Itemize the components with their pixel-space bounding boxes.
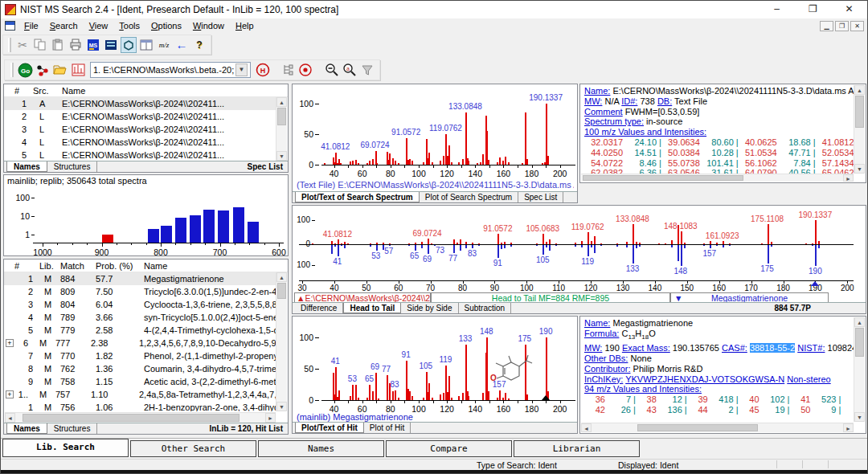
column-header[interactable]: Src. xyxy=(33,84,62,96)
structure-view-icon[interactable] xyxy=(121,37,137,53)
tile-windows-icon[interactable] xyxy=(138,37,154,53)
tab-structures[interactable]: Structures xyxy=(47,161,98,172)
hit-list-row[interactable]: +6M7772.381,2,3,4,5,6,7,8,9,10-Decahydro… xyxy=(4,337,276,349)
hit-list-row[interactable]: 8M7621.36Coumarin, 3,4-dihydro-4,5,7-tri… xyxy=(4,362,276,375)
menu-file[interactable]: File xyxy=(18,21,44,31)
field-link[interactable]: 100 m/z Values and Intensities: xyxy=(584,127,706,137)
field-link[interactable]: Comment xyxy=(584,107,623,116)
field-link[interactable]: InChIKey: xyxy=(584,374,623,384)
field-link[interactable]: Name: xyxy=(584,318,610,328)
hit-list-row[interactable]: 1M88457.7Megastigmatrienone xyxy=(4,272,276,285)
copy-icon[interactable] xyxy=(32,37,48,53)
spec-list-row[interactable]: 4LE:\CERNO\MassWorks\β-2024\\202411... xyxy=(4,136,276,149)
column-header[interactable]: # xyxy=(4,259,33,272)
hit-list-row[interactable]: 1M7561.062H-1-benzopyran-2-one, 3,4-dihy… xyxy=(4,401,276,411)
expand-icon[interactable]: + xyxy=(6,390,14,398)
vertical-scrollbar[interactable]: ▲▼ xyxy=(854,317,865,422)
mdi-restore-button[interactable]: ❐ xyxy=(835,21,849,31)
go-button[interactable]: Go xyxy=(17,62,33,78)
close-button[interactable]: ✕ xyxy=(831,1,867,18)
no-hydrogen-icon[interactable]: H xyxy=(255,62,271,78)
tab-difference[interactable]: Difference xyxy=(295,303,343,313)
field-link[interactable]: Exact Mass: xyxy=(622,343,670,353)
tab-plot-text-of-search-spectrum[interactable]: Plot/Text of Search Spectrum xyxy=(295,192,420,202)
expand-icon[interactable]: + xyxy=(6,339,14,347)
tab-plot-of-search-spectrum[interactable]: Plot of Search Spectrum xyxy=(420,192,518,202)
field-link[interactable]: MW: xyxy=(584,96,602,106)
structure-search-icon[interactable] xyxy=(35,62,51,78)
vertical-scrollbar[interactable]: ▲▼ xyxy=(854,85,865,174)
spec-list-row[interactable]: 1AE:\CERNO\MassWorks\β-2024\\202411... xyxy=(4,97,276,110)
horizontal-scrollbar[interactable]: ◄► xyxy=(5,412,276,423)
open-folder-icon[interactable] xyxy=(52,62,68,78)
ms-search-icon[interactable]: MS xyxy=(85,37,101,53)
menu-search[interactable]: Search xyxy=(44,21,84,31)
help-icon[interactable]: ? xyxy=(191,37,207,53)
field-link[interactable]: Formula: xyxy=(584,329,619,338)
horizontal-scrollbar[interactable]: ► xyxy=(581,174,854,182)
field-link[interactable]: YKVWPZJHENXDAJ-VOTSOKGWSA-N xyxy=(625,374,784,384)
hit-list-row[interactable]: 4M7893.66syn-Tricyclo[5.1.0.0(2,4)]oct-5… xyxy=(4,311,276,324)
spectrum-combobox[interactable]: 1. E:\CERNO\MassWorks\.beta.-20; ▼ xyxy=(90,62,251,78)
column-header[interactable]: Lib. xyxy=(33,259,60,272)
back-arrow-icon[interactable]: ← xyxy=(174,37,190,53)
hit-list-row[interactable]: 9M7581.15Acetic acid, 3-(2,2-dimethyl-6-… xyxy=(4,375,276,388)
bottom-tab-librarian[interactable]: Librarian xyxy=(514,440,640,457)
mdi-close-button[interactable]: ✕ xyxy=(850,21,864,31)
spectrum-display-icon[interactable] xyxy=(70,62,86,78)
field-link[interactable]: ID#: xyxy=(621,96,637,106)
field-link[interactable]: Other DBs: xyxy=(584,353,628,363)
field-link[interactable]: NIST#: xyxy=(797,343,825,353)
zoom-reset-icon[interactable]: a xyxy=(342,62,358,78)
cut-icon[interactable]: ✂ xyxy=(14,37,31,53)
maximize-button[interactable]: ❐ xyxy=(795,1,831,18)
field-link[interactable]: Name: xyxy=(584,86,610,96)
field-link[interactable]: Contributor: xyxy=(584,364,630,374)
hit-list-row[interactable]: +1..M7571.102,4a,5,8a-Tetramethyl-1,2,3,… xyxy=(4,388,276,401)
menu-view[interactable]: View xyxy=(84,21,114,31)
column-header[interactable]: Match xyxy=(60,259,96,272)
menu-options[interactable]: Options xyxy=(145,21,187,31)
library-icon[interactable] xyxy=(103,37,119,53)
tab-plot-text-of-hit[interactable]: Plot/Text of Hit xyxy=(295,423,364,433)
spec-list-row[interactable]: 2LE:\CERNO\MassWorks\β-2024\\202411... xyxy=(4,110,276,123)
minimize-button[interactable]: – xyxy=(759,1,795,18)
tab-head-to-tail[interactable]: Head to Tail xyxy=(343,303,401,313)
menu-help[interactable]: Help xyxy=(230,21,260,31)
presearch-tree-icon[interactable] xyxy=(280,62,296,78)
column-header[interactable]: # xyxy=(4,84,33,96)
chevron-down-icon[interactable]: ▼ xyxy=(235,63,248,76)
print-icon[interactable] xyxy=(68,37,84,53)
paste-icon[interactable] xyxy=(50,37,66,53)
field-link[interactable]: 94 m/z Values and Intensities: xyxy=(584,384,702,394)
tab-structures[interactable]: Structures xyxy=(47,423,98,434)
column-header[interactable]: Prob. (%) xyxy=(96,259,144,272)
tab-plot-of-hit[interactable]: Plot of Hit xyxy=(364,423,411,433)
hit-list-row[interactable]: 7M7701.82Phenol, 2-(1,1-dimethyl-2-prope… xyxy=(4,349,276,362)
tab-subtraction[interactable]: Subtraction xyxy=(459,303,512,313)
view-spectrum-icon[interactable] xyxy=(297,62,313,78)
tab-spec-list[interactable]: Spec List xyxy=(518,192,563,202)
column-header[interactable]: Name xyxy=(144,259,288,272)
filter-icon[interactable] xyxy=(359,62,375,78)
menu-tools[interactable]: Tools xyxy=(113,21,145,31)
tab-side-by-side[interactable]: Side by Side xyxy=(401,303,458,313)
hit-list-row[interactable]: 3M8046.04Cycloocta-1,3,6-triene, 2,3,5,5… xyxy=(4,298,276,311)
vertical-scrollbar[interactable]: ▲▼ xyxy=(276,272,287,411)
tab-names[interactable]: Names xyxy=(6,423,47,434)
vertical-scrollbar[interactable]: ▲▼ xyxy=(276,97,287,161)
field-link[interactable]: DB: xyxy=(657,96,672,106)
column-header[interactable]: Name xyxy=(62,84,288,96)
horizontal-scrollbar[interactable]: ◄► xyxy=(581,423,854,432)
spec-list-row[interactable]: 5LE:\CERNO\MassWorks\β-2024\\202411... xyxy=(4,149,276,161)
field-link[interactable]: CAS#: xyxy=(722,343,747,353)
spec-list-row[interactable]: 3LE:\CERNO\MassWorks\β-2024\\202411... xyxy=(4,123,276,136)
hit-list-row[interactable]: 2M8097.50Tricyclo[6.3.0.0(1,5)]undec-2-e… xyxy=(4,285,276,298)
bottom-tab-other-search[interactable]: Other Search xyxy=(130,440,256,457)
bottom-tab-names[interactable]: Names xyxy=(258,440,384,457)
zoom-out-icon[interactable] xyxy=(324,62,340,78)
field-link[interactable]: MW: xyxy=(584,343,602,353)
mdi-minimize-button[interactable]: ▁ xyxy=(820,21,833,31)
tab-names[interactable]: Names xyxy=(6,161,47,172)
bottom-tab-lib-search[interactable]: Lib. Search xyxy=(2,439,129,457)
